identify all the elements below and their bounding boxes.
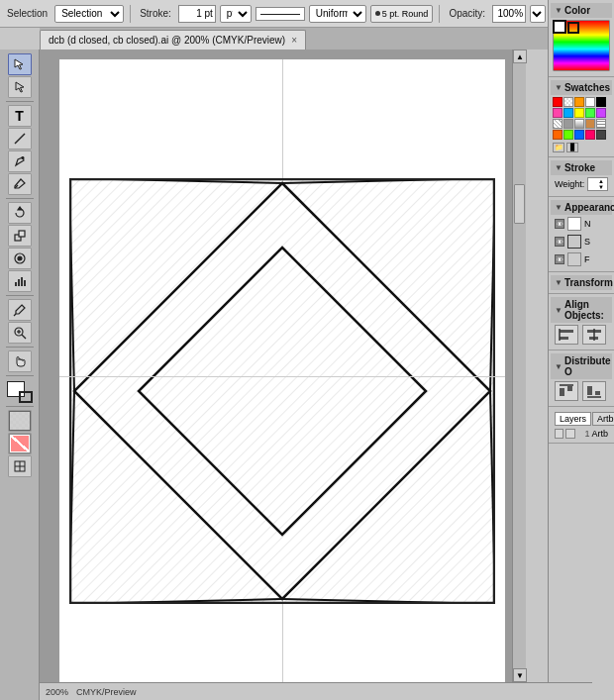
artboard-tab[interactable]: Artb [592,412,614,426]
tool-scale[interactable] [8,225,32,247]
tool-bargraph[interactable] [8,270,32,292]
layers-tabs-row: Layers Artb [551,410,612,428]
swatch-purple[interactable] [596,108,606,118]
tab-close-button[interactable]: × [291,35,297,46]
layers-panel-section: Layers Artb 1 Artb [549,407,614,444]
document-tab[interactable]: dcb (d closed, cb closed).ai @ 200% (CMY… [40,30,306,50]
swatch-lime[interactable] [563,130,573,140]
swatch-black[interactable] [596,97,606,107]
stroke-weight-input[interactable]: 1 pt [178,5,216,23]
selection-dropdown[interactable]: Selection [54,5,124,23]
align-left-btn[interactable] [555,325,578,345]
stroke-color[interactable] [19,391,33,403]
tool-artboard[interactable] [8,455,32,477]
swatch-pink[interactable] [553,108,563,118]
svg-marker-3 [18,207,22,210]
tool-brush[interactable] [8,173,32,195]
swatch-graph-icon[interactable]: ▊ [566,143,578,152]
swatches-label: Swatches [564,82,610,93]
swatch-gradient[interactable] [574,119,584,129]
tool-slash[interactable] [8,433,32,454]
tool-sep6 [6,406,34,407]
artwork [69,178,495,604]
tool-symbol[interactable] [8,248,32,269]
appearance-s-row: 👁 S [551,233,612,250]
toolbar: Selection Selection Stroke: 1 pt pt Unif… [0,0,614,28]
swatch-blue[interactable] [563,108,573,118]
swatch-gray[interactable] [563,119,573,129]
layer-visibility-eye[interactable] [555,429,563,439]
tool-type[interactable]: T [8,105,32,127]
swatch-red2[interactable] [585,130,595,140]
appearance-swatch3[interactable] [567,252,581,266]
swatch-pattern2[interactable] [596,119,606,129]
tool-hand[interactable] [8,350,32,372]
fill-swatch[interactable] [553,20,566,34]
align-horiz-center-btn[interactable] [582,325,606,345]
scroll-thumb[interactable] [514,184,525,224]
tool-eyedropper[interactable] [8,299,32,321]
stroke-swatch[interactable] [567,22,579,34]
scroll-track[interactable] [513,63,526,668]
appearance-n-label: N [584,219,591,229]
swatch-orange[interactable] [574,97,584,107]
distribute-panel-section: ▼ Distribute O [549,350,614,407]
canvas-area [40,50,526,682]
canvas-scroll[interactable] [40,50,526,682]
swatch-white[interactable] [563,97,573,107]
tabbar: dcb (d closed, cb closed).ai @ 200% (CMY… [40,28,592,50]
cap-icon: 5 pt. Round [370,5,434,23]
opacity-dropdown[interactable]: ▼ [530,5,546,23]
color-arrow: ▼ [555,6,563,15]
tool-selection[interactable] [8,53,32,75]
appearance-eye3[interactable]: 👁 [555,254,564,264]
swatch-folder-icon[interactable]: 📁 [553,143,564,152]
dist-bottom-btn[interactable] [582,381,606,401]
tool-direct-selection[interactable] [8,76,32,98]
swatch-yellow[interactable] [574,108,584,118]
opacity-input[interactable] [492,5,526,23]
appearance-swatch1[interactable] [567,217,581,231]
swatch-darkgray[interactable] [596,130,606,140]
swatch-pattern1[interactable] [553,119,563,129]
vscrollbar[interactable]: ▲ ▼ [512,50,526,682]
appearance-arrow: ▼ [555,203,563,212]
scroll-down-button[interactable]: ▼ [513,668,527,682]
stroke-weight-stepper[interactable]: ▲ ▼ [598,178,606,190]
appearance-s-label: S [584,237,590,247]
swatch-blue2[interactable] [574,130,584,140]
swatch-brown[interactable] [585,119,595,129]
tool-pencil[interactable] [8,150,32,172]
appearance-eye1[interactable]: 👁 [555,219,564,229]
swatch-red[interactable] [553,97,563,107]
appearance-swatch2[interactable] [567,235,581,249]
appearance-panel-header[interactable]: ▼ Appearance [551,200,612,215]
distribute-panel-header[interactable]: ▼ Distribute O [551,353,612,379]
layer-lock[interactable] [565,429,574,439]
tool-checkerboard[interactable] [8,410,32,432]
tool-rotate[interactable] [8,202,32,224]
color-boxes[interactable] [7,381,33,403]
swatch-orange2[interactable] [553,130,563,140]
stroke-weight-select[interactable]: pt [220,5,252,23]
appearance-eye2[interactable]: 👁 [555,237,564,247]
swatch-green[interactable] [585,108,595,118]
scroll-up-button[interactable]: ▲ [513,50,527,63]
swatches-panel-header[interactable]: ▼ Swatches [551,80,612,95]
fill-stroke-indicator[interactable] [553,20,579,34]
stroke-weight-row: Weight: ▲ ▼ [551,175,612,193]
stroke-weight-down[interactable]: ▼ [598,184,606,190]
svg-rect-50 [595,391,600,395]
transform-panel-header[interactable]: ▼ Transform [551,275,612,290]
tool-zoom[interactable] [8,322,32,344]
color-panel-header[interactable]: ▼ Color [551,3,612,18]
stroke-weight-field[interactable]: ▲ ▼ [587,177,608,191]
stroke-style-select[interactable]: Uniform [309,5,366,23]
svg-rect-5 [19,231,25,237]
align-panel-header[interactable]: ▼ Align Objects: [551,297,612,323]
stroke-panel-header[interactable]: ▼ Stroke [551,160,612,175]
dist-top-btn[interactable] [555,381,578,401]
layers-tab[interactable]: Layers [555,412,591,426]
swatch-white2[interactable] [585,97,595,107]
tool-line[interactable] [8,128,32,150]
